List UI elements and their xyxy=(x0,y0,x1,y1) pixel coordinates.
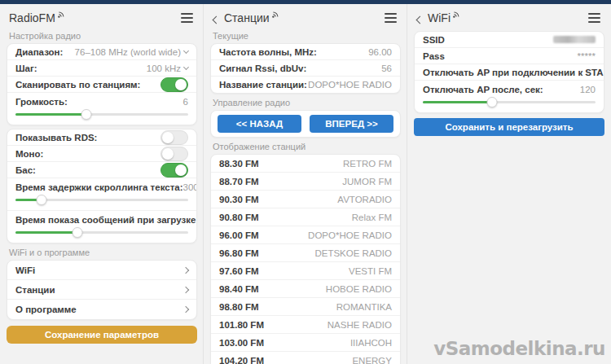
radio-waves-icon xyxy=(271,10,280,19)
nav-menu-item[interactable]: О программе xyxy=(7,300,196,319)
rds-toggle[interactable] xyxy=(160,130,188,145)
station-name-row: Название станции: DOPO*HOE RADIO xyxy=(211,77,400,93)
station-row[interactable]: 97.60 FM VESTI FM xyxy=(211,262,400,280)
scroll-delay-slider-thumb[interactable] xyxy=(36,195,46,205)
nav-menu-item-label: Станции xyxy=(15,285,55,295)
chevron-left-icon[interactable] xyxy=(213,15,221,24)
station-title: DOPO*HOE RADIO xyxy=(308,230,392,240)
station-frequency: 104.20 FM xyxy=(219,356,264,364)
station-name-value: DOPO*HOE RADIO xyxy=(308,80,392,90)
wifi-page-title: WiFi xyxy=(428,11,461,24)
chevron-down-icon xyxy=(183,47,189,53)
ap-timeout-slider[interactable] xyxy=(423,97,596,107)
mono-toggle[interactable] xyxy=(160,147,188,161)
ap-timeout-slider-thumb[interactable] xyxy=(486,97,497,107)
stations-panel-header: Станции xyxy=(210,4,401,27)
station-frequency: 101.80 FM xyxy=(219,320,264,330)
scroll-delay-slider[interactable] xyxy=(15,195,188,205)
stations-page-title: Станции xyxy=(224,11,280,24)
step-select-row[interactable]: Шаг: 100 kHz xyxy=(7,60,196,77)
chevron-right-icon xyxy=(182,286,189,292)
save-reboot-button[interactable]: Сохранить и перезагрузить xyxy=(414,118,604,136)
menu-hamburger-icon[interactable] xyxy=(587,11,602,24)
scroll-delay-value: 300 xyxy=(183,182,198,192)
wifi-settings-card: SSID Pass ***** Отключать AP при подключ… xyxy=(414,31,604,113)
pass-row[interactable]: Pass ***** xyxy=(415,48,604,64)
station-row[interactable]: 96.00 FM DOPO*HOE RADIO xyxy=(211,226,400,244)
mono-label: Моно: xyxy=(15,149,43,159)
volume-value: 6 xyxy=(183,97,188,107)
station-row[interactable]: 98.40 FM HOBOE RADIO xyxy=(211,280,400,298)
station-row[interactable]: 103.00 FM IIIAHCOH xyxy=(211,334,400,352)
station-title: IIIAHCOH xyxy=(350,338,392,348)
wifi-panel-header: WiFi xyxy=(414,4,604,27)
station-frequency: 103.00 FM xyxy=(219,338,264,348)
station-title: ROMANTIKA xyxy=(336,302,392,312)
pass-label: Pass xyxy=(423,51,445,61)
nav-menu-card: WiFi Станции О программе xyxy=(7,260,197,320)
rds-toggle-row: Показывать RDS: xyxy=(7,129,196,146)
section-label-current: Текущие xyxy=(213,31,398,41)
frequency-row: Частота волны, MHz: 96.00 xyxy=(211,44,400,60)
station-row[interactable]: 104.20 FM ENERGY xyxy=(211,352,400,364)
mono-toggle-row: Моно: xyxy=(7,146,196,162)
volume-slider[interactable] xyxy=(15,109,188,120)
pass-value: ***** xyxy=(578,51,596,61)
section-label-stations-list: Отображение станций xyxy=(213,142,398,151)
message-time-slider-thumb[interactable] xyxy=(73,227,83,238)
stations-panel-title: Станции xyxy=(224,11,270,24)
step-value: 100 kHz xyxy=(147,64,181,73)
station-frequency: 88.70 FM xyxy=(219,177,259,186)
current-station-card: Частота волны, MHz: 96.00 Сигнал Rssi, d… xyxy=(210,43,401,94)
ap-sta-label: Отключать AP при подключении к STA: xyxy=(423,68,604,77)
band-select-row[interactable]: Диапазон: 76–108 MHz (world wide) xyxy=(7,44,196,60)
station-title: NASHE RADIO xyxy=(327,320,392,330)
ap-timeout-label: Отключать AP после, сек: xyxy=(423,85,543,94)
station-frequency: 96.80 FM xyxy=(219,248,259,258)
station-title: VESTI FM xyxy=(349,266,392,276)
scan-toggle[interactable] xyxy=(160,77,188,92)
bass-toggle[interactable] xyxy=(160,163,188,178)
station-row[interactable]: 98.80 FM ROMANTIKA xyxy=(211,298,400,316)
station-row[interactable]: 90.80 FM Relax FM xyxy=(211,208,400,226)
nav-menu-item[interactable]: WiFi xyxy=(7,261,196,280)
nav-menu-item-label: О программе xyxy=(15,305,77,314)
chevron-left-icon[interactable] xyxy=(416,15,424,24)
ap-sta-toggle-row: Отключать AP при подключении к STA: xyxy=(415,64,604,81)
station-frequency: 96.00 FM xyxy=(219,230,259,240)
chevron-right-icon xyxy=(182,306,189,313)
nav-menu-item-label: WiFi xyxy=(15,265,35,275)
station-frequency: 98.40 FM xyxy=(219,284,259,294)
scroll-delay-label: Время задержки скроллинга текста: xyxy=(15,182,183,192)
station-title: DETSKOE RADIO xyxy=(314,248,392,258)
rds-label: Показывать RDS: xyxy=(15,133,97,143)
radio-panel-title: RadioFM xyxy=(9,11,55,24)
ssid-label: SSID xyxy=(423,35,445,45)
volume-label: Громкость: xyxy=(15,97,68,107)
panel-wifi: WiFi SSID Pass ***** Отключать AP при по… xyxy=(407,4,611,364)
radio-settings-card: Диапазон: 76–108 MHz (world wide) Шаг: 1… xyxy=(7,43,197,125)
bass-toggle-row: Бас: xyxy=(7,162,196,178)
menu-hamburger-icon[interactable] xyxy=(179,11,195,24)
nav-menu-item[interactable]: Станции xyxy=(7,280,196,300)
radio-waves-icon xyxy=(57,10,66,19)
save-params-button[interactable]: Сохранение параметров xyxy=(7,326,197,344)
station-row[interactable]: 88.70 FM JUMOR FM xyxy=(211,173,400,191)
station-name-label: Название станции: xyxy=(219,80,307,90)
frequency-label: Частота волны, MHz: xyxy=(219,47,317,57)
volume-slider-row: Громкость: 6 xyxy=(7,93,196,125)
previous-station-button[interactable]: << НАЗАД xyxy=(218,115,301,133)
station-title: AVTORADIO xyxy=(337,195,392,204)
message-time-slider[interactable] xyxy=(15,227,188,238)
station-row[interactable]: 101.80 FM NASHE RADIO xyxy=(211,316,400,334)
menu-hamburger-icon[interactable] xyxy=(383,11,398,24)
section-label-radio-settings: Настройка радио xyxy=(9,31,195,41)
radio-panel-header: RadioFM xyxy=(7,4,197,27)
next-station-button[interactable]: ВПЕРЕД >> xyxy=(310,115,393,133)
station-row[interactable]: 96.80 FM DETSKOE RADIO xyxy=(211,244,400,262)
station-frequency: 90.80 FM xyxy=(219,213,259,222)
volume-slider-thumb[interactable] xyxy=(81,109,91,120)
ssid-row[interactable]: SSID xyxy=(415,32,604,48)
station-row[interactable]: 88.30 FM RETRO FM xyxy=(211,155,400,173)
station-row[interactable]: 90.30 FM AVTORADIO xyxy=(211,191,400,208)
